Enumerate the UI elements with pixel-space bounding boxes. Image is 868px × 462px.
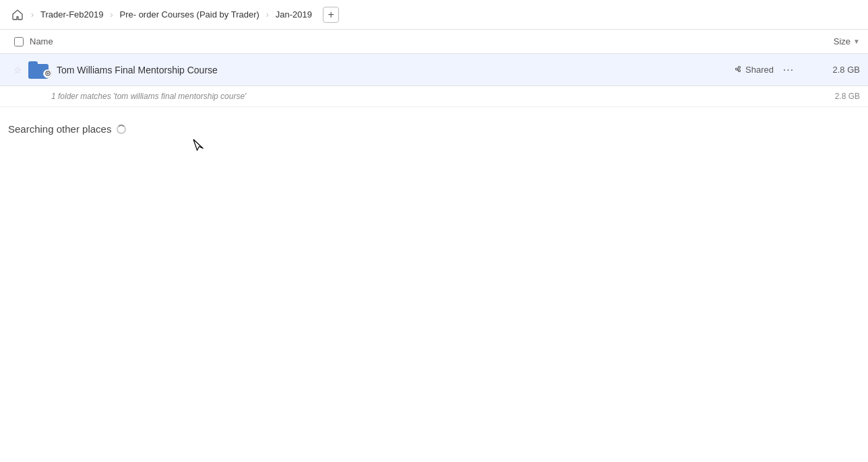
select-all-checkbox[interactable] [14, 37, 24, 46]
file-size: 2.8 GB [806, 65, 860, 75]
more-dots-icon: ··· [783, 64, 794, 76]
breadcrumb-bar: › Trader-Feb2019 › Pre- order Courses (P… [0, 0, 868, 30]
row-actions: Shared ··· [733, 61, 798, 79]
separator-2: › [110, 10, 113, 20]
star-button[interactable]: ☆ [8, 65, 27, 75]
folder-icon-wrapper [27, 61, 51, 79]
match-text: 1 folder matches 'tom williams final men… [51, 92, 835, 101]
separator-3: › [266, 10, 269, 20]
breadcrumb-item-preorder[interactable]: Pre- order Courses (Paid by Trader) [117, 8, 261, 21]
breadcrumb-item-jan[interactable]: Jan-2019 [273, 8, 315, 21]
size-column-header[interactable]: Size ▼ [779, 36, 860, 46]
shared-label: Shared [745, 65, 774, 75]
sort-icon: ▼ [853, 38, 860, 45]
more-options-button[interactable]: ··· [779, 61, 798, 79]
searching-label: Searching other places [8, 123, 111, 135]
name-column-header: Name [30, 36, 779, 46]
separator-1: › [31, 10, 34, 20]
folder-share-icon [43, 69, 52, 78]
file-row: ☆ Tom Williams Final Mentorship Course S… [0, 54, 868, 86]
size-label: Size [834, 36, 850, 46]
searching-section: Searching other places [0, 107, 868, 143]
loading-spinner [117, 125, 126, 134]
column-headers: Name Size ▼ [0, 30, 868, 54]
select-all-checkbox-wrapper[interactable] [8, 37, 30, 46]
breadcrumb-item-trader[interactable]: Trader-Feb2019 [38, 8, 106, 21]
match-size: 2.8 GB [835, 92, 860, 101]
shared-badge[interactable]: Shared [733, 65, 774, 75]
breadcrumb: › Trader-Feb2019 › Pre- order Courses (P… [8, 5, 339, 24]
add-folder-button[interactable]: + [323, 7, 339, 23]
folder-icon [28, 61, 50, 79]
match-info-row: 1 folder matches 'tom williams final men… [0, 86, 868, 107]
home-icon[interactable] [8, 5, 27, 24]
folder-name[interactable]: Tom Williams Final Mentorship Course [57, 65, 733, 75]
